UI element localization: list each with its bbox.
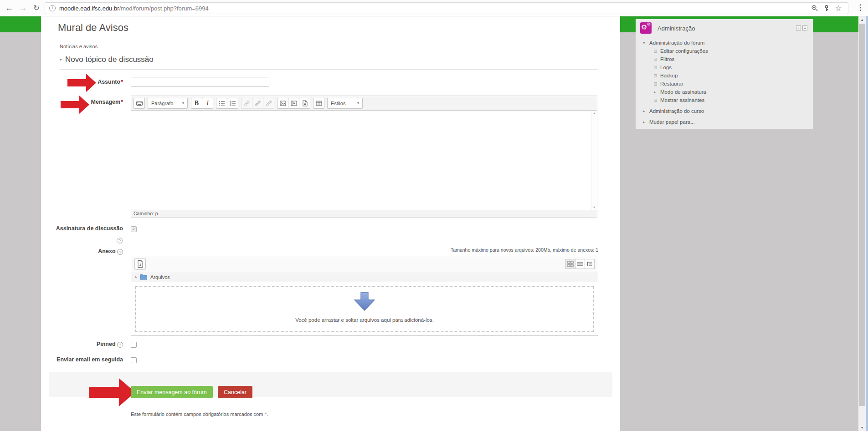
section-title: Novo tópico de discussão	[65, 55, 154, 64]
assinatura-label: Assinatura de discussão	[50, 225, 123, 232]
tree-bullet-icon	[654, 74, 657, 77]
view-list-icon[interactable]	[575, 259, 585, 269]
password-key-icon[interactable]	[821, 3, 832, 14]
administration-block: ⚙⚙ Administração − ◄ ▾Administração do f…	[636, 19, 813, 129]
tree-label[interactable]: Logs	[660, 65, 672, 70]
page-title: Mural de Avisos	[58, 22, 128, 34]
page-scrollbar[interactable]: ▲ ▼	[858, 16, 866, 431]
table-icon[interactable]	[313, 98, 324, 109]
admin-tree-item-mostrar-assinantes[interactable]: Mostrar assinantes	[636, 97, 813, 103]
insert-media-icon[interactable]	[288, 98, 299, 109]
section-toggle[interactable]: ▾Novo tópico de discussão	[60, 55, 154, 64]
tree-expanded-icon[interactable]: ▾	[643, 41, 649, 45]
prevent-autolink-icon[interactable]	[263, 98, 274, 109]
admin-tree-item-mudar-papel[interactable]: ▸Mudar papel para...	[636, 119, 813, 125]
italic-button[interactable]: I	[202, 98, 213, 109]
scroll-up-icon[interactable]: ▲	[858, 16, 866, 23]
file-manager: ▸ Arquivos Você pode arrastar e soltar a…	[131, 256, 598, 336]
numbered-list-button[interactable]	[227, 98, 238, 109]
dock-block-icon[interactable]: ◄	[802, 25, 807, 30]
bookmark-star-icon[interactable]: ☆	[832, 3, 844, 14]
help-icon[interactable]: ?	[117, 238, 123, 243]
admin-tree-item-logs[interactable]: Logs	[636, 65, 813, 70]
tree-collapsed-icon[interactable]: ▸	[643, 120, 649, 124]
admin-tree-item-forum[interactable]: ▾Administração do fórum	[636, 40, 813, 46]
pinned-checkbox[interactable]	[131, 342, 137, 348]
help-icon[interactable]: ?	[117, 249, 123, 255]
collapse-block-icon[interactable]: −	[796, 25, 801, 30]
scrollbar-thumb[interactable]	[859, 24, 865, 406]
admin-tree-item-filtros[interactable]: Filtros	[636, 56, 813, 62]
bold-button[interactable]: B	[191, 98, 202, 109]
required-asterisk: *	[121, 79, 123, 85]
admin-tree-item-restaurar[interactable]: Restaurar	[636, 81, 813, 86]
styles-dropdown[interactable]: Estilos▾	[327, 98, 363, 109]
window-edge	[866, 16, 868, 431]
admin-tree-item-modo-assinatura[interactable]: ▸Modo de assinatura	[636, 89, 813, 95]
forward-button[interactable]: →	[16, 0, 29, 16]
scroll-down-icon[interactable]: ▼	[591, 206, 597, 209]
anexo-label: Anexo ?	[50, 248, 123, 255]
tree-collapsed-icon[interactable]: ▸	[654, 90, 660, 94]
tree-label[interactable]: Administração do curso	[649, 108, 704, 114]
assinatura-checkbox[interactable]: ✓	[131, 226, 137, 232]
editor-scrollbar[interactable]: ▲ ▼	[591, 111, 597, 210]
section-divider	[60, 69, 598, 70]
gear-icon: ⚙⚙	[640, 22, 652, 34]
file-manager-toolbar	[131, 256, 598, 272]
scroll-up-icon[interactable]: ▲	[591, 112, 597, 115]
admin-tree-item-curso[interactable]: ▸Administração do curso	[636, 108, 813, 114]
insert-image-icon[interactable]	[277, 98, 288, 109]
editor-content-area[interactable]: ▲ ▼	[131, 110, 597, 210]
pinned-label-text: Pinned	[97, 341, 116, 347]
pinned-label: Pinned ?	[50, 341, 123, 348]
tree-collapsed-icon[interactable]: ▸	[643, 109, 649, 113]
assunto-input[interactable]	[131, 77, 269, 86]
submit-button[interactable]: Enviar mensagem ao fórum	[131, 386, 213, 398]
tree-label[interactable]: Modo de assinatura	[660, 89, 706, 95]
mensagem-label-text: Mensagem	[91, 99, 121, 105]
back-button[interactable]: ←	[3, 0, 15, 16]
cancel-button[interactable]: Cancelar	[218, 386, 252, 398]
link-icon[interactable]	[241, 98, 252, 109]
admin-tree-item-editar[interactable]: Editar configurações	[636, 48, 813, 54]
tree-label[interactable]: Mostrar assinantes	[660, 97, 704, 103]
chevron-down-icon[interactable]: ▾	[60, 57, 62, 62]
tree-label[interactable]: Mudar papel para...	[649, 119, 695, 125]
add-file-icon[interactable]	[134, 258, 146, 270]
tree-label[interactable]: Backup	[660, 73, 678, 78]
help-icon[interactable]: ?	[117, 342, 123, 348]
anexo-label-text: Anexo	[98, 248, 115, 254]
reload-button[interactable]: ↻	[30, 0, 43, 16]
editor-path-bar: Caminho: p	[131, 210, 597, 218]
scroll-down-icon[interactable]: ▼	[858, 424, 866, 431]
note-period: .	[267, 411, 268, 417]
gear-glyph-small: ⚙	[647, 22, 651, 26]
tree-label[interactable]: Administração do fórum	[649, 40, 704, 46]
page-info-icon[interactable]: i	[49, 5, 56, 11]
tree-collapsed-icon[interactable]: ▸	[135, 275, 137, 279]
styles-value: Estilos	[331, 101, 345, 106]
email-label: Enviar email em seguida	[50, 356, 123, 363]
manage-files-icon[interactable]	[299, 98, 310, 109]
view-tree-icon[interactable]	[585, 259, 595, 269]
toolbar-toggle-icon[interactable]	[134, 98, 145, 109]
url-bar[interactable]: i moodle.ead.ifsc.edu.br/mod/forum/post.…	[45, 2, 848, 14]
tree-label[interactable]: Restaurar	[660, 81, 683, 86]
admin-tree-item-backup[interactable]: Backup	[636, 73, 813, 78]
browser-window: ← → ↻ i moodle.ead.ifsc.edu.br/mod/forum…	[0, 0, 868, 431]
bullet-list-button[interactable]	[216, 98, 227, 109]
file-dropzone[interactable]: Você pode arrastar e soltar arquivos aqu…	[135, 286, 594, 332]
url-text[interactable]: moodle.ead.ifsc.edu.br/mod/forum/post.ph…	[59, 5, 209, 12]
view-grid-icon[interactable]	[565, 259, 575, 269]
folder-label[interactable]: Arquivos	[150, 274, 170, 280]
folder-path-row[interactable]: ▸ Arquivos	[131, 272, 598, 282]
email-checkbox[interactable]	[131, 357, 137, 363]
tree-label[interactable]: Editar configurações	[660, 48, 708, 54]
unlink-icon[interactable]	[252, 98, 263, 109]
tree-label[interactable]: Filtros	[660, 56, 674, 62]
zoom-icon[interactable]	[809, 3, 821, 14]
paragraph-format-dropdown[interactable]: Parágrafo▾	[148, 98, 188, 109]
browser-menu-icon[interactable]: ⋮	[855, 3, 865, 14]
assunto-label-text: Assunto	[98, 79, 120, 85]
